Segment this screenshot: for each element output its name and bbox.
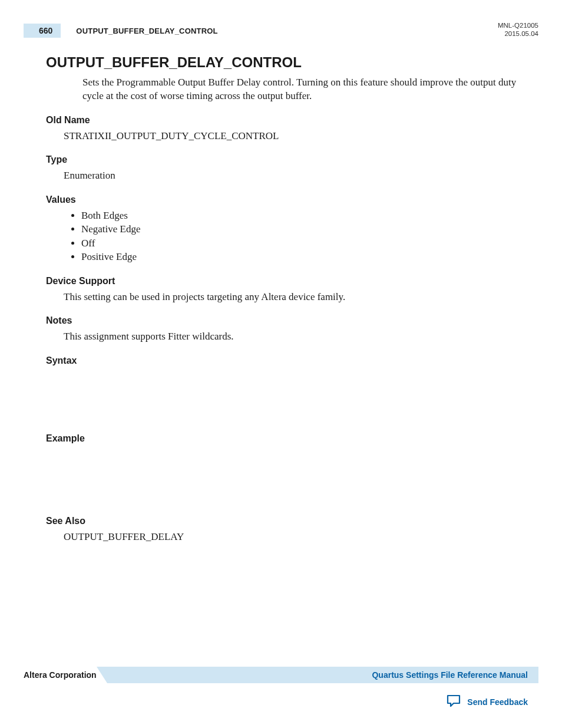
list-item: Off xyxy=(81,236,521,250)
syntax-placeholder xyxy=(46,370,521,421)
type-heading: Type xyxy=(46,154,521,165)
device-support-heading: Device Support xyxy=(46,276,521,286)
feedback-row: Send Feedback xyxy=(24,694,538,710)
example-heading: Example xyxy=(46,433,521,444)
main-content: OUTPUT_BUFFER_DELAY_CONTROL Sets the Pro… xyxy=(24,54,538,543)
footer-ribbon: Quartus Settings File Reference Manual xyxy=(107,667,538,683)
old-name-text: STRATIXII_OUTPUT_DUTY_CYCLE_CONTROL xyxy=(46,129,521,143)
doc-date: 2015.05.04 xyxy=(498,29,538,38)
footer-company: Altera Corporation xyxy=(24,667,107,683)
document-page: 660 OUTPUT_BUFFER_DELAY_CONTROL MNL-Q210… xyxy=(0,0,562,728)
old-name-heading: Old Name xyxy=(46,115,521,126)
notes-heading: Notes xyxy=(46,315,521,326)
see-also-heading: See Also xyxy=(46,516,521,526)
header-left: 660 OUTPUT_BUFFER_DELAY_CONTROL xyxy=(24,24,538,38)
notes-text: This assignment supports Fitter wildcard… xyxy=(46,330,521,343)
header-right: MNL-Q21005 2015.05.04 xyxy=(498,21,538,38)
syntax-heading: Syntax xyxy=(46,355,521,366)
doc-id: MNL-Q21005 xyxy=(498,21,538,29)
values-list: Both Edges Negative Edge Off Positive Ed… xyxy=(46,209,521,264)
footer-bar: Altera Corporation Quartus Settings File… xyxy=(24,667,538,683)
example-placeholder xyxy=(46,447,521,504)
feedback-icon[interactable] xyxy=(446,694,461,710)
manual-link[interactable]: Quartus Settings File Reference Manual xyxy=(372,670,528,680)
list-item: Negative Edge xyxy=(81,222,521,236)
list-item: Positive Edge xyxy=(81,250,521,263)
page-title: OUTPUT_BUFFER_DELAY_CONTROL xyxy=(46,54,521,71)
type-text: Enumeration xyxy=(46,169,521,182)
send-feedback-link[interactable]: Send Feedback xyxy=(467,697,528,707)
page-number-chip: 660 xyxy=(24,24,61,38)
intro-paragraph: Sets the Programmable Output Buffer Dela… xyxy=(46,75,521,103)
device-support-text: This setting can be used in projects tar… xyxy=(46,290,521,304)
page-footer: Altera Corporation Quartus Settings File… xyxy=(24,667,538,710)
page-header: 660 OUTPUT_BUFFER_DELAY_CONTROL MNL-Q210… xyxy=(24,24,538,44)
values-heading: Values xyxy=(46,195,521,205)
list-item: Both Edges xyxy=(81,209,521,222)
see-also-text: OUTPUT_BUFFER_DELAY xyxy=(46,530,521,543)
running-title: OUTPUT_BUFFER_DELAY_CONTROL xyxy=(76,27,217,35)
